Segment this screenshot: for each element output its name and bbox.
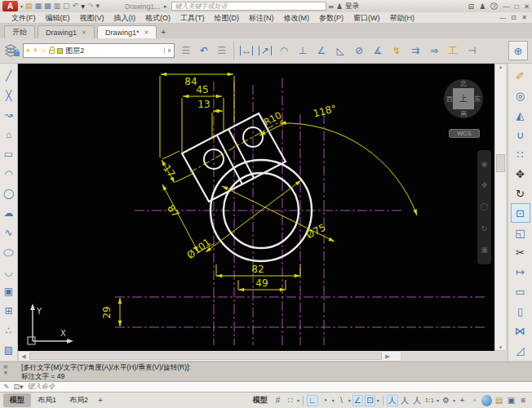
menu-item-7[interactable]: 标注(N) <box>244 12 279 24</box>
scroll-down-icon[interactable]: ▼ <box>495 345 506 350</box>
snap-mode-icon[interactable]: ∷ <box>285 395 295 406</box>
dim-angular3p-icon[interactable]: ∡ <box>369 42 387 60</box>
quick-dim-icon[interactable]: ↯ <box>388 42 406 60</box>
isolate-objects-icon[interactable]: ▫ <box>469 395 480 406</box>
zoom-icon[interactable]: ◯ <box>480 203 488 211</box>
save-as-icon[interactable]: ▩ <box>44 1 51 11</box>
dim-break-icon[interactable]: ⊣ <box>463 42 481 60</box>
layer-previous-icon[interactable]: ↶ <box>196 45 212 56</box>
help-icon[interactable]: ? <box>490 2 498 10</box>
menu-item-3[interactable]: 插入(I) <box>109 12 141 24</box>
customization-menu-icon[interactable]: ≡ <box>518 395 529 406</box>
orbit-icon[interactable]: ↻ <box>481 225 488 233</box>
polar-tracking-icon[interactable]: ◔ <box>320 395 330 406</box>
recent-commands-icon[interactable]: ⊡▾ <box>14 383 24 391</box>
extend-tool-icon[interactable]: ↦ <box>511 262 530 282</box>
layer-viewport-sun-icon[interactable]: ☼ <box>41 47 47 54</box>
menu-item-8[interactable]: 修改(M) <box>279 12 315 24</box>
mirror-tool-icon[interactable]: ◭ <box>511 105 530 125</box>
layer-dropdown[interactable]: ● ☀ ☼ 图层2 ∨ <box>23 43 175 58</box>
command-input-row[interactable]: ✎ ⊡▾ 键入命令 <box>0 381 532 392</box>
menu-item-1[interactable]: 编辑(E) <box>41 12 75 24</box>
redo-icon[interactable]: ↷ <box>87 1 94 11</box>
join-tool-icon[interactable]: ⋈ <box>511 321 530 340</box>
plot-icon[interactable]: ▥ <box>54 1 61 11</box>
layer-manager-icon[interactable]: ☰ <box>214 45 230 56</box>
horizontal-scroll-thumb[interactable] <box>29 353 382 360</box>
break-tool-icon[interactable]: ▯ <box>511 301 530 321</box>
open-file-icon[interactable]: ▤ <box>25 1 33 11</box>
trim-tool-icon[interactable]: ✂ <box>511 242 530 262</box>
sign-in-link[interactable]: 登录 <box>345 2 359 11</box>
layer-lock-icon[interactable] <box>49 50 55 54</box>
search-input[interactable]: 键入关键字或短语 <box>171 2 326 11</box>
insert-block-tool-icon[interactable]: ▣ <box>1 282 17 301</box>
snap-mode-dropdown-icon[interactable]: ▾ <box>297 397 299 403</box>
menu-item-11[interactable]: 帮助(H) <box>385 12 420 24</box>
undo-dropdown-icon[interactable]: ▾ <box>81 2 85 11</box>
add-layout-button[interactable]: + <box>95 396 106 405</box>
navigation-bar[interactable]: ◉ ✥ ◯ ↻ ▣ <box>477 150 491 264</box>
dim-space-icon[interactable]: 工 <box>444 42 462 60</box>
model-space-label[interactable]: 模型 <box>253 395 268 406</box>
navwheel-icon[interactable]: ◉ <box>481 161 488 168</box>
layer-on-bulb-icon[interactable]: ● <box>26 47 30 54</box>
arc-tool-icon[interactable]: ◠ <box>1 164 17 184</box>
scroll-left-icon[interactable]: ◀ <box>19 353 29 360</box>
layer-sun-icon[interactable]: ☀ <box>33 47 38 54</box>
crosshair-icon[interactable]: + <box>457 395 468 406</box>
wcs-dropdown[interactable]: WCS <box>449 129 480 138</box>
menu-item-4[interactable]: 格式(O) <box>140 12 175 24</box>
hardware-acceleration-icon[interactable] <box>481 395 492 406</box>
erase-tool-icon[interactable]: ✐ <box>511 66 530 86</box>
workspace-gear-icon[interactable]: ⚙ <box>441 395 451 406</box>
ortho-mode-icon[interactable]: ∟ <box>307 395 318 406</box>
tab-drawing1[interactable]: Drawing1 ✕ <box>38 25 95 38</box>
vertical-scroll-thumb[interactable] <box>496 154 505 172</box>
annotation-scale-value-dropdown-icon[interactable]: ▾ <box>437 397 439 403</box>
layer-states-icon[interactable]: ☰ <box>178 45 194 56</box>
viewcube-west[interactable]: 西 <box>446 95 453 104</box>
command-close-icon[interactable]: ✕ <box>3 370 8 376</box>
array-tool-icon[interactable]: ∷ <box>511 144 530 164</box>
menu-item-6[interactable]: 绘图(D) <box>210 12 245 24</box>
showmotion-icon[interactable]: ▣ <box>481 246 488 254</box>
menu-item-9[interactable]: 参数(P) <box>314 12 348 24</box>
document-window-controls[interactable]: — ⊡ ✕ <box>499 12 529 24</box>
dim-baseline-icon[interactable]: ⇉ <box>406 42 424 60</box>
ellipse-arc-tool-icon[interactable]: ◡ <box>1 262 17 282</box>
layer-color-swatch[interactable] <box>57 48 63 54</box>
app-store-icon[interactable]: ⊟ <box>468 2 475 11</box>
annotation-scale-value[interactable]: 1:1 <box>424 395 435 406</box>
ellipse-tool-icon[interactable]: ◯ <box>1 245 17 259</box>
close-button[interactable]: ✕ <box>524 2 530 11</box>
command-grip-icon[interactable]: ▤ <box>3 363 8 370</box>
undo-icon[interactable]: ↶ <box>73 1 79 11</box>
save-icon[interactable]: ▦ <box>35 1 42 11</box>
menu-item-5[interactable]: 工具(T) <box>175 12 210 24</box>
dim-diameter-icon[interactable]: ⊘ <box>350 42 368 60</box>
new-tab-button[interactable]: + <box>161 28 166 38</box>
layout1-tab[interactable]: 布局1 <box>31 393 63 407</box>
user-icon[interactable]: ♟ <box>336 2 343 11</box>
tab-drawing1-star[interactable]: Drawing1* ✕ <box>97 25 157 38</box>
object-snap-dropdown-icon[interactable]: ▾ <box>377 397 379 403</box>
viewcube-top-face[interactable]: 上 <box>453 88 474 109</box>
tab-close-icon[interactable]: ✕ <box>144 29 149 36</box>
community-icon[interactable]: ♟ <box>479 2 485 11</box>
autocad-logo-icon[interactable]: A <box>2 1 18 11</box>
dim-jogged-icon[interactable]: ◺ <box>331 42 349 60</box>
layer-properties-button[interactable] <box>2 41 23 60</box>
isodraft-dropdown-icon[interactable]: ▾ <box>348 397 351 403</box>
spline-tool-icon[interactable]: ∿ <box>1 223 17 242</box>
vertical-scrollbar[interactable]: ▲ ▼ <box>494 64 507 351</box>
break-at-point-tool-icon[interactable]: ▭ <box>511 282 530 301</box>
rotate-tool-icon[interactable]: ↻ <box>511 184 530 203</box>
annotation-visibility-icon[interactable]: 人 <box>387 395 398 406</box>
clean-screen-icon[interactable]: ▣ <box>506 395 516 406</box>
scale-tool-icon[interactable]: ⊡ <box>511 203 530 223</box>
menu-item-0[interactable]: 文件(F) <box>7 12 41 24</box>
annotation-scale-icon[interactable]: 人 <box>412 395 423 406</box>
horizontal-scrollbar[interactable]: ◀ ▶ <box>18 351 401 361</box>
polar-tracking-dropdown-icon[interactable]: ▾ <box>332 397 335 403</box>
